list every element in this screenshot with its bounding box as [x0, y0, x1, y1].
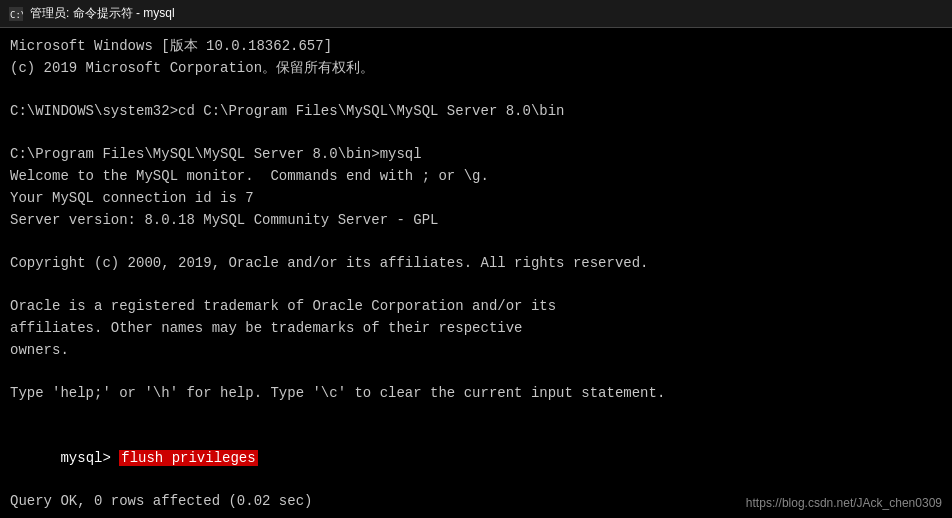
watermark-text: https://blog.csdn.net/JAck_chen0309: [746, 496, 942, 510]
line-blank2: [10, 123, 942, 145]
title-bar: C:\ 管理员: 命令提示符 - mysql: [0, 0, 952, 28]
svg-text:C:\: C:\: [10, 10, 23, 20]
line-welcome: Welcome to the MySQL monitor. Commands e…: [10, 166, 942, 188]
line-blank6: [10, 405, 942, 427]
line-blank5: [10, 361, 942, 383]
line-blank1: [10, 79, 942, 101]
line-cd-command: C:\WINDOWS\system32>cd C:\Program Files\…: [10, 101, 942, 123]
flush-privileges-highlight: flush privileges: [119, 450, 257, 466]
line-conn-id: Your MySQL connection id is 7: [10, 188, 942, 210]
line-oracle-trademark3: owners.: [10, 340, 942, 362]
line-server-version: Server version: 8.0.18 MySQL Community S…: [10, 210, 942, 232]
line-mysql-launch: C:\Program Files\MySQL\MySQL Server 8.0\…: [10, 144, 942, 166]
mysql-prompt-label: mysql>: [60, 450, 119, 466]
terminal-body[interactable]: Microsoft Windows [版本 10.0.18362.657] (c…: [0, 28, 952, 518]
line-copyright: (c) 2019 Microsoft Corporation。保留所有权利。: [10, 58, 942, 80]
cmd-icon: C:\: [8, 6, 24, 22]
line-oracle-trademark2: affiliates. Other names may be trademark…: [10, 318, 942, 340]
line-oracle-copyright: Copyright (c) 2000, 2019, Oracle and/or …: [10, 253, 942, 275]
line-oracle-trademark1: Oracle is a registered trademark of Orac…: [10, 296, 942, 318]
line-blank3: [10, 231, 942, 253]
line-flush-command: mysql> flush privileges: [10, 426, 942, 491]
window-title: 管理员: 命令提示符 - mysql: [30, 5, 175, 22]
line-help-hint: Type 'help;' or '\h' for help. Type '\c'…: [10, 383, 942, 405]
line-win-version: Microsoft Windows [版本 10.0.18362.657]: [10, 36, 942, 58]
cmd-window: C:\ 管理员: 命令提示符 - mysql Microsoft Windows…: [0, 0, 952, 518]
line-blank4: [10, 275, 942, 297]
